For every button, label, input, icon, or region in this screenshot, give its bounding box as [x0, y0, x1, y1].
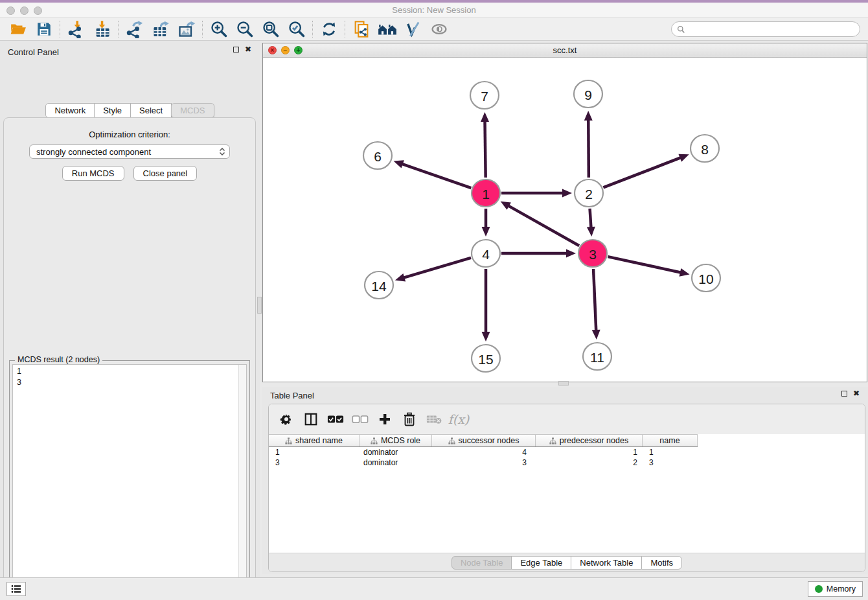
- save-session-button[interactable]: [31, 19, 57, 39]
- column-header-mcds-role[interactable]: MCDS role: [360, 434, 432, 446]
- graph-edge-arrowhead: [587, 227, 595, 237]
- graph-edge-arrowhead: [562, 189, 572, 198]
- graph-edge[interactable]: [402, 258, 471, 278]
- graph-node-label: 6: [374, 149, 382, 164]
- graph-edge[interactable]: [401, 163, 471, 188]
- table-row[interactable]: 3 dominator 3 2 3: [269, 457, 698, 468]
- split-columns-button[interactable]: [300, 409, 322, 430]
- memory-button[interactable]: Memory: [808, 581, 863, 597]
- table-row[interactable]: 1 dominator 4 1 1: [269, 447, 698, 457]
- close-panel-icon[interactable]: ✖: [245, 45, 251, 54]
- graph-node-label: 9: [584, 87, 592, 102]
- cell-name[interactable]: 3: [643, 458, 698, 467]
- network-graph[interactable]: 7968124314101511: [263, 58, 867, 382]
- clone-network-icon: [352, 20, 371, 38]
- function-builder-button[interactable]: f(x): [448, 409, 470, 430]
- tab-motifs[interactable]: Motifs: [641, 556, 682, 570]
- cell-mcds-role[interactable]: dominator: [360, 448, 432, 457]
- import-network-button[interactable]: [63, 19, 89, 39]
- run-mcds-button[interactable]: Run MCDS: [62, 166, 124, 181]
- graph-edge-arrowhead: [394, 160, 404, 168]
- graph-edge[interactable]: [593, 269, 596, 332]
- deselect-all-button[interactable]: [349, 409, 371, 430]
- cell-mcds-role[interactable]: dominator: [360, 458, 432, 467]
- cell-successor-nodes[interactable]: 3: [432, 458, 536, 467]
- add-column-button[interactable]: [374, 409, 396, 430]
- criterion-select[interactable]: strongly connected component: [29, 144, 230, 159]
- open-session-button[interactable]: [5, 19, 31, 39]
- zoom-in-button[interactable]: [206, 19, 232, 39]
- window-titlebar: Session: New Session: [0, 0, 868, 18]
- task-history-button[interactable]: [6, 582, 26, 596]
- hierarchy-icon: [285, 437, 292, 444]
- graph-edge-arrowhead: [482, 332, 490, 341]
- vertical-splitter-handle[interactable]: [257, 297, 262, 314]
- network-window: × − + scc.txt 7968124314101511: [262, 43, 867, 382]
- tab-network-table[interactable]: Network Table: [571, 556, 642, 570]
- result-scrollbar[interactable]: [238, 365, 246, 600]
- search-input[interactable]: [689, 24, 860, 34]
- zoom-out-icon: [236, 20, 254, 38]
- cell-name[interactable]: 1: [643, 448, 698, 457]
- cell-shared-name[interactable]: 3: [269, 458, 360, 467]
- select-all-button[interactable]: [325, 409, 347, 430]
- cell-predecessor-nodes[interactable]: 1: [536, 448, 643, 457]
- export-network-button[interactable]: [122, 19, 148, 39]
- graph-edge[interactable]: [507, 205, 579, 246]
- cell-predecessor-nodes[interactable]: 2: [536, 458, 643, 467]
- float-table-panel-icon[interactable]: [841, 391, 847, 397]
- toggle-graphics-details-button[interactable]: [400, 19, 426, 39]
- horizontal-splitter-handle[interactable]: [558, 381, 569, 386]
- tab-mcds[interactable]: MCDS: [171, 103, 214, 118]
- mcds-result-area[interactable]: 1 3: [12, 364, 247, 600]
- zoom-out-button[interactable]: [232, 19, 258, 39]
- criterion-select-value: strongly connected component: [36, 147, 219, 157]
- close-panel-button[interactable]: Close panel: [133, 166, 198, 181]
- column-header-successor-nodes[interactable]: successor nodes: [432, 434, 536, 446]
- split-columns-icon: [304, 412, 318, 426]
- export-table-button[interactable]: [148, 19, 174, 39]
- trash-icon: [403, 412, 416, 426]
- mcds-result-title: MCDS result (2 nodes): [15, 355, 102, 364]
- tab-style[interactable]: Style: [94, 103, 131, 118]
- column-header-name[interactable]: name: [643, 434, 698, 446]
- float-panel-icon[interactable]: [233, 47, 239, 52]
- graph-edge[interactable]: [608, 257, 681, 273]
- toolbar-separator: [118, 21, 119, 38]
- column-header-predecessor-nodes[interactable]: predecessor nodes: [536, 434, 643, 446]
- delete-table-button[interactable]: [423, 409, 445, 430]
- table-settings-button[interactable]: [275, 409, 297, 430]
- show-hide-panel-button[interactable]: [426, 19, 452, 39]
- close-table-panel-icon[interactable]: ✖: [853, 389, 860, 398]
- cell-shared-name[interactable]: 1: [269, 448, 360, 457]
- save-icon: [36, 21, 52, 38]
- plus-icon: [378, 413, 391, 426]
- zoom-selected-button[interactable]: [284, 19, 310, 39]
- tab-node-table[interactable]: Node Table: [451, 556, 512, 570]
- clone-network-button[interactable]: [348, 19, 374, 39]
- graph-edge[interactable]: [603, 157, 681, 188]
- tab-select[interactable]: Select: [130, 103, 172, 118]
- mcds-result-text: 1 3: [13, 365, 246, 389]
- refresh-button[interactable]: [316, 19, 342, 39]
- graph-edge[interactable]: [588, 119, 589, 178]
- graph-edge[interactable]: [485, 120, 486, 178]
- list-icon: [11, 584, 21, 594]
- export-image-button[interactable]: [174, 19, 200, 39]
- graph-node-label: 3: [589, 247, 597, 262]
- toolbar-separator: [60, 21, 61, 38]
- table-panel-title: Table Panel: [270, 391, 314, 400]
- apply-layout-button[interactable]: [374, 19, 400, 39]
- delete-column-button[interactable]: [398, 409, 420, 430]
- graph-edge[interactable]: [590, 209, 591, 229]
- zoom-selected-icon: [288, 20, 306, 38]
- column-header-shared-name[interactable]: shared name: [269, 434, 360, 446]
- zoom-fit-button[interactable]: [258, 19, 284, 39]
- search-field[interactable]: [671, 21, 860, 37]
- import-table-button[interactable]: [89, 19, 115, 39]
- cell-successor-nodes[interactable]: 4: [432, 448, 536, 457]
- tab-network[interactable]: Network: [45, 103, 95, 118]
- network-window-titlebar[interactable]: × − + scc.txt: [263, 43, 867, 58]
- tab-edge-table[interactable]: Edge Table: [511, 556, 571, 570]
- network-window-title: scc.txt: [263, 45, 867, 55]
